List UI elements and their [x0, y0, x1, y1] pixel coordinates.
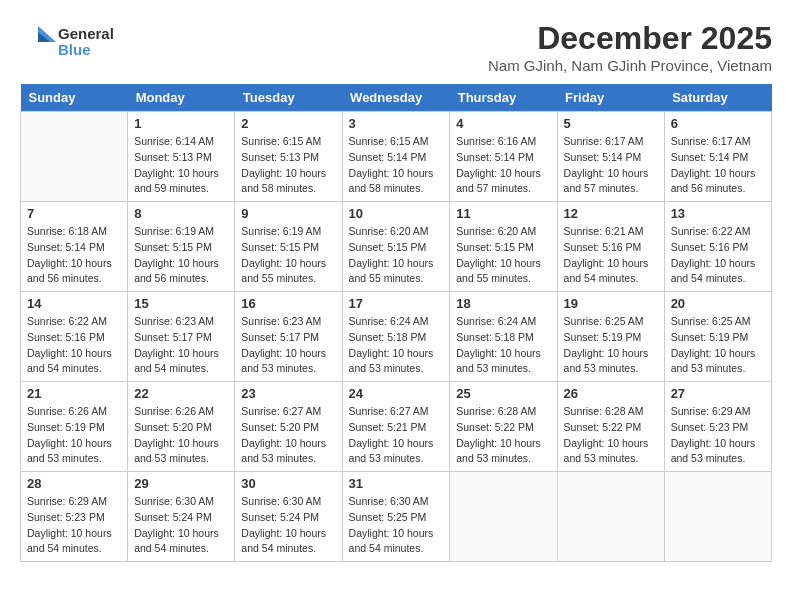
day-number: 13	[671, 206, 765, 221]
logo: General Blue	[20, 20, 114, 60]
day-number: 21	[27, 386, 121, 401]
day-number: 2	[241, 116, 335, 131]
day-number: 1	[134, 116, 228, 131]
calendar-cell: 1Sunrise: 6:14 AMSunset: 5:13 PMDaylight…	[128, 112, 235, 202]
logo-general: General	[58, 26, 114, 43]
calendar-cell: 12Sunrise: 6:21 AMSunset: 5:16 PMDayligh…	[557, 202, 664, 292]
day-number: 10	[349, 206, 444, 221]
day-number: 8	[134, 206, 228, 221]
day-number: 18	[456, 296, 550, 311]
day-detail: Sunrise: 6:19 AMSunset: 5:15 PMDaylight:…	[134, 224, 228, 287]
calendar-cell: 9Sunrise: 6:19 AMSunset: 5:15 PMDaylight…	[235, 202, 342, 292]
day-number: 26	[564, 386, 658, 401]
day-detail: Sunrise: 6:30 AMSunset: 5:25 PMDaylight:…	[349, 494, 444, 557]
calendar-cell: 19Sunrise: 6:25 AMSunset: 5:19 PMDayligh…	[557, 292, 664, 382]
page-header: General Blue December 2025 Nam GJinh, Na…	[20, 20, 772, 74]
day-detail: Sunrise: 6:17 AMSunset: 5:14 PMDaylight:…	[564, 134, 658, 197]
day-detail: Sunrise: 6:29 AMSunset: 5:23 PMDaylight:…	[27, 494, 121, 557]
day-number: 15	[134, 296, 228, 311]
calendar-cell: 3Sunrise: 6:15 AMSunset: 5:14 PMDaylight…	[342, 112, 450, 202]
day-number: 6	[671, 116, 765, 131]
calendar-cell: 20Sunrise: 6:25 AMSunset: 5:19 PMDayligh…	[664, 292, 771, 382]
calendar-cell: 27Sunrise: 6:29 AMSunset: 5:23 PMDayligh…	[664, 382, 771, 472]
weekday-header-friday: Friday	[557, 84, 664, 112]
day-detail: Sunrise: 6:30 AMSunset: 5:24 PMDaylight:…	[241, 494, 335, 557]
day-number: 7	[27, 206, 121, 221]
title-block: December 2025 Nam GJinh, Nam GJinh Provi…	[488, 20, 772, 74]
calendar-cell: 22Sunrise: 6:26 AMSunset: 5:20 PMDayligh…	[128, 382, 235, 472]
calendar-cell	[664, 472, 771, 562]
calendar-cell: 30Sunrise: 6:30 AMSunset: 5:24 PMDayligh…	[235, 472, 342, 562]
day-detail: Sunrise: 6:24 AMSunset: 5:18 PMDaylight:…	[349, 314, 444, 377]
calendar-cell	[557, 472, 664, 562]
calendar-cell: 2Sunrise: 6:15 AMSunset: 5:13 PMDaylight…	[235, 112, 342, 202]
day-detail: Sunrise: 6:24 AMSunset: 5:18 PMDaylight:…	[456, 314, 550, 377]
day-number: 9	[241, 206, 335, 221]
day-detail: Sunrise: 6:25 AMSunset: 5:19 PMDaylight:…	[564, 314, 658, 377]
day-detail: Sunrise: 6:15 AMSunset: 5:14 PMDaylight:…	[349, 134, 444, 197]
day-number: 28	[27, 476, 121, 491]
calendar-cell: 31Sunrise: 6:30 AMSunset: 5:25 PMDayligh…	[342, 472, 450, 562]
day-detail: Sunrise: 6:17 AMSunset: 5:14 PMDaylight:…	[671, 134, 765, 197]
calendar-week-row: 14Sunrise: 6:22 AMSunset: 5:16 PMDayligh…	[21, 292, 772, 382]
calendar-cell: 17Sunrise: 6:24 AMSunset: 5:18 PMDayligh…	[342, 292, 450, 382]
calendar-week-row: 21Sunrise: 6:26 AMSunset: 5:19 PMDayligh…	[21, 382, 772, 472]
weekday-header-tuesday: Tuesday	[235, 84, 342, 112]
day-detail: Sunrise: 6:16 AMSunset: 5:14 PMDaylight:…	[456, 134, 550, 197]
calendar-cell	[21, 112, 128, 202]
calendar-cell: 4Sunrise: 6:16 AMSunset: 5:14 PMDaylight…	[450, 112, 557, 202]
calendar-cell: 7Sunrise: 6:18 AMSunset: 5:14 PMDaylight…	[21, 202, 128, 292]
calendar-cell: 23Sunrise: 6:27 AMSunset: 5:20 PMDayligh…	[235, 382, 342, 472]
calendar-cell: 26Sunrise: 6:28 AMSunset: 5:22 PMDayligh…	[557, 382, 664, 472]
day-number: 14	[27, 296, 121, 311]
day-number: 27	[671, 386, 765, 401]
day-detail: Sunrise: 6:28 AMSunset: 5:22 PMDaylight:…	[456, 404, 550, 467]
calendar-week-row: 28Sunrise: 6:29 AMSunset: 5:23 PMDayligh…	[21, 472, 772, 562]
weekday-header-wednesday: Wednesday	[342, 84, 450, 112]
day-number: 29	[134, 476, 228, 491]
location: Nam GJinh, Nam GJinh Province, Vietnam	[488, 57, 772, 74]
calendar-cell: 28Sunrise: 6:29 AMSunset: 5:23 PMDayligh…	[21, 472, 128, 562]
calendar-cell: 29Sunrise: 6:30 AMSunset: 5:24 PMDayligh…	[128, 472, 235, 562]
day-detail: Sunrise: 6:29 AMSunset: 5:23 PMDaylight:…	[671, 404, 765, 467]
day-detail: Sunrise: 6:30 AMSunset: 5:24 PMDaylight:…	[134, 494, 228, 557]
day-detail: Sunrise: 6:20 AMSunset: 5:15 PMDaylight:…	[349, 224, 444, 287]
calendar-cell: 21Sunrise: 6:26 AMSunset: 5:19 PMDayligh…	[21, 382, 128, 472]
weekday-header-thursday: Thursday	[450, 84, 557, 112]
day-detail: Sunrise: 6:22 AMSunset: 5:16 PMDaylight:…	[671, 224, 765, 287]
day-number: 16	[241, 296, 335, 311]
day-number: 11	[456, 206, 550, 221]
weekday-header-monday: Monday	[128, 84, 235, 112]
day-detail: Sunrise: 6:20 AMSunset: 5:15 PMDaylight:…	[456, 224, 550, 287]
calendar-cell: 25Sunrise: 6:28 AMSunset: 5:22 PMDayligh…	[450, 382, 557, 472]
day-number: 25	[456, 386, 550, 401]
weekday-header-row: SundayMondayTuesdayWednesdayThursdayFrid…	[21, 84, 772, 112]
day-detail: Sunrise: 6:25 AMSunset: 5:19 PMDaylight:…	[671, 314, 765, 377]
day-detail: Sunrise: 6:26 AMSunset: 5:19 PMDaylight:…	[27, 404, 121, 467]
logo-text: General Blue	[58, 26, 114, 59]
day-detail: Sunrise: 6:22 AMSunset: 5:16 PMDaylight:…	[27, 314, 121, 377]
day-detail: Sunrise: 6:26 AMSunset: 5:20 PMDaylight:…	[134, 404, 228, 467]
day-number: 20	[671, 296, 765, 311]
day-detail: Sunrise: 6:27 AMSunset: 5:20 PMDaylight:…	[241, 404, 335, 467]
weekday-header-saturday: Saturday	[664, 84, 771, 112]
calendar-cell	[450, 472, 557, 562]
calendar-cell: 18Sunrise: 6:24 AMSunset: 5:18 PMDayligh…	[450, 292, 557, 382]
day-number: 4	[456, 116, 550, 131]
calendar-cell: 10Sunrise: 6:20 AMSunset: 5:15 PMDayligh…	[342, 202, 450, 292]
day-number: 19	[564, 296, 658, 311]
calendar-cell: 5Sunrise: 6:17 AMSunset: 5:14 PMDaylight…	[557, 112, 664, 202]
day-detail: Sunrise: 6:18 AMSunset: 5:14 PMDaylight:…	[27, 224, 121, 287]
weekday-header-sunday: Sunday	[21, 84, 128, 112]
calendar-cell: 15Sunrise: 6:23 AMSunset: 5:17 PMDayligh…	[128, 292, 235, 382]
day-detail: Sunrise: 6:19 AMSunset: 5:15 PMDaylight:…	[241, 224, 335, 287]
day-number: 22	[134, 386, 228, 401]
calendar-week-row: 1Sunrise: 6:14 AMSunset: 5:13 PMDaylight…	[21, 112, 772, 202]
month-year: December 2025	[488, 20, 772, 57]
calendar-cell: 24Sunrise: 6:27 AMSunset: 5:21 PMDayligh…	[342, 382, 450, 472]
calendar-cell: 6Sunrise: 6:17 AMSunset: 5:14 PMDaylight…	[664, 112, 771, 202]
day-detail: Sunrise: 6:14 AMSunset: 5:13 PMDaylight:…	[134, 134, 228, 197]
calendar-cell: 13Sunrise: 6:22 AMSunset: 5:16 PMDayligh…	[664, 202, 771, 292]
day-number: 30	[241, 476, 335, 491]
day-number: 31	[349, 476, 444, 491]
